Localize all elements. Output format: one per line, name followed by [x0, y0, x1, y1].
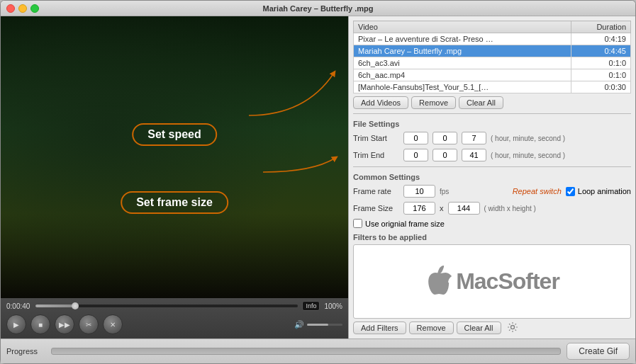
main-content: Set speed Set frame size [1, 16, 635, 339]
bottom-bar: Progress Create Gif [1, 339, 635, 363]
file-duration-cell: 0:4:45 [571, 45, 631, 57]
main-window: Mariah Carey – Butterfly .mpg Set speed [0, 0, 636, 364]
minimize-button[interactable] [18, 4, 27, 13]
video-overlay [1, 16, 348, 298]
volume-icon: 🔊 [294, 320, 304, 329]
filters-label: Filters to be applied [353, 233, 631, 241]
repeat-switch-label: Repeat switch [513, 187, 562, 195]
file-name-cell: [Manhole-Fansubs]Test_Your_5.1_[… [354, 81, 571, 93]
volume-slider[interactable] [307, 324, 342, 326]
cut-button[interactable]: ✂ [79, 314, 99, 334]
set-frame-size-label: Set frame size [121, 191, 228, 214]
file-settings-label: File Settings [353, 120, 631, 128]
use-original-row: Use orignial frame size [353, 219, 631, 228]
clear-button[interactable]: ✕ [103, 314, 123, 334]
current-time: 0:00:40 [6, 302, 31, 310]
file-name-cell: 6ch_ac3.avi [354, 57, 571, 69]
file-buttons: Add Videos Remove Clear All [353, 96, 631, 109]
frame-rate-label: Frame rate [353, 187, 399, 195]
remove-video-button[interactable]: Remove [411, 96, 456, 109]
table-row[interactable]: Pixar – Le avventure di Scrat- Preso …0:… [354, 33, 631, 45]
frame-size-height[interactable] [448, 202, 480, 215]
progress-thumb [72, 302, 79, 309]
titlebar: Mariah Carey – Butterfly .mpg [1, 1, 635, 16]
progress-bar [51, 348, 561, 355]
trim-start-hour[interactable] [403, 132, 428, 144]
video-area: Set speed Set frame size [1, 16, 348, 298]
filters-area: MacSofter [353, 244, 631, 319]
common-settings-label: Common Settings [353, 173, 631, 181]
trim-start-label: Trim Start [353, 134, 399, 142]
trim-end-hour[interactable] [403, 149, 428, 161]
progress-fill [35, 305, 75, 307]
use-original-text: Use orignial frame size [365, 220, 445, 228]
table-row[interactable]: 6ch_aac.mp40:1:0 [354, 69, 631, 81]
controls-bar: 0:00:40 Info 100% ▶ ■ ▶ [1, 298, 348, 339]
frame-size-row: Frame Size x ( width x height ) [353, 202, 631, 215]
macsofter-logo: MacSofter [425, 265, 559, 299]
trim-start-row: Trim Start ( hour, minute, second ) [353, 132, 631, 144]
trim-start-minute[interactable] [433, 132, 457, 144]
use-original-checkbox[interactable] [353, 219, 362, 228]
zoom-label: 100% [324, 302, 342, 310]
create-gif-button[interactable]: Create Gif [567, 343, 630, 360]
trim-start-second[interactable] [462, 132, 486, 144]
file-duration-cell: 0:1:0 [571, 69, 631, 81]
divider-2 [353, 166, 631, 167]
frame-rate-input[interactable] [403, 185, 435, 198]
frame-size-label: Frame Size [353, 204, 399, 212]
fastforward-button[interactable]: ▶▶ [55, 314, 74, 334]
time-row: 0:00:40 Info 100% [6, 301, 342, 311]
stop-button[interactable]: ■ [30, 314, 50, 334]
trim-end-second[interactable] [462, 149, 486, 161]
remove-filter-button[interactable]: Remove [409, 322, 454, 334]
info-badge[interactable]: Info [302, 301, 320, 311]
add-filters-button[interactable]: Add Filters [353, 322, 406, 334]
svg-point-1 [511, 326, 514, 329]
trim-end-hint: ( hour, minute, second ) [491, 152, 565, 159]
right-panel: Video Duration Pixar – Le avventure di S… [348, 16, 635, 339]
play-button[interactable]: ▶ [6, 314, 26, 334]
filter-buttons: Add Filters Remove Clear All [353, 322, 631, 334]
frame-size-width[interactable] [403, 202, 435, 215]
trim-start-hint: ( hour, minute, second ) [491, 135, 565, 142]
table-row[interactable]: [Manhole-Fansubs]Test_Your_5.1_[…0:0:30 [354, 81, 631, 93]
table-row[interactable]: Mariah Carey – Butterfly .mpg0:4:45 [354, 45, 631, 57]
video-panel: Set speed Set frame size [1, 16, 348, 339]
frame-size-hint: ( width x height ) [484, 205, 536, 212]
playback-slider[interactable] [35, 305, 298, 307]
loop-animation-label: Loop animation [578, 187, 631, 195]
table-row[interactable]: 6ch_ac3.avi0:1:0 [354, 57, 631, 69]
volume-fill [307, 324, 328, 326]
file-name-cell: Pixar – Le avventure di Scrat- Preso … [354, 33, 571, 45]
frame-rate-row: Frame rate fps Repeat switch Loop animat… [353, 185, 631, 198]
progress-label: Progress [6, 347, 45, 356]
col-video-header: Video [354, 21, 571, 33]
file-table: Video Duration Pixar – Le avventure di S… [353, 21, 631, 93]
file-duration-cell: 0:0:30 [571, 81, 631, 93]
window-title: Mariah Carey – Butterfly .mpg [263, 4, 374, 13]
file-duration-cell: 0:4:19 [571, 33, 631, 45]
clear-all-videos-button[interactable]: Clear All [459, 96, 503, 109]
clear-all-filters-button[interactable]: Clear All [457, 322, 501, 334]
trim-end-minute[interactable] [433, 149, 457, 161]
maximize-button[interactable] [30, 4, 39, 13]
playback-buttons: ▶ ■ ▶▶ ✂ ✕ 🔊 [6, 313, 342, 336]
trim-end-label: Trim End [353, 151, 399, 159]
set-speed-label: Set speed [132, 123, 217, 146]
use-original-label[interactable]: Use orignial frame size [353, 219, 445, 228]
traffic-lights [6, 4, 39, 13]
trim-end-row: Trim End ( hour, minute, second ) [353, 149, 631, 161]
fps-label: fps [440, 188, 449, 195]
volume-area: 🔊 [294, 320, 342, 329]
file-duration-cell: 0:1:0 [571, 57, 631, 69]
add-videos-button[interactable]: Add Videos [353, 96, 408, 109]
file-name-cell: Mariah Carey – Butterfly .mpg [354, 45, 571, 57]
x-separator: x [440, 204, 444, 212]
close-button[interactable] [6, 4, 15, 13]
loop-animation-checkbox[interactable] [566, 187, 575, 196]
gear-icon[interactable] [507, 322, 518, 333]
loop-animation-checkbox-label[interactable]: Loop animation [566, 187, 631, 196]
file-name-cell: 6ch_aac.mp4 [354, 69, 571, 81]
apple-icon [425, 265, 453, 299]
